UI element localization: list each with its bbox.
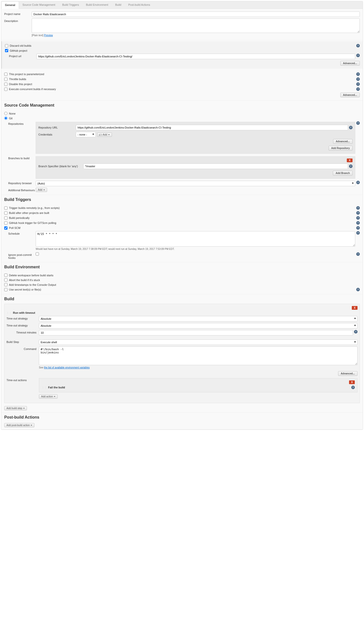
timestamps-label: Add timestamps to the Console Output xyxy=(9,283,360,286)
preview-link[interactable]: Preview xyxy=(44,34,53,37)
schedule-textarea[interactable]: H/15 * * * * xyxy=(36,231,355,247)
trigger-after-label: Build after other projects are built xyxy=(9,211,355,214)
help-icon[interactable]: ? xyxy=(356,221,360,225)
trigger-pollscm-label: Poll SCM xyxy=(9,226,355,229)
build-step-label: Build Step xyxy=(6,339,39,343)
help-icon[interactable]: ? xyxy=(356,44,360,47)
disable-project-checkbox[interactable] xyxy=(4,83,7,86)
help-icon[interactable]: ? xyxy=(356,121,360,125)
scm-none-label: None xyxy=(9,112,360,115)
post-build-heading: Post-build Actions xyxy=(1,413,363,421)
scm-none-radio[interactable] xyxy=(4,112,7,115)
env-vars-link[interactable]: the list of available environment variab… xyxy=(44,366,90,369)
add-credentials-button[interactable]: Add xyxy=(97,133,112,137)
throttle-checkbox[interactable] xyxy=(4,78,7,81)
help-icon[interactable]: ? xyxy=(356,54,360,57)
help-icon[interactable]: ? xyxy=(356,72,360,76)
concurrent-checkbox[interactable] xyxy=(4,88,7,91)
tab-triggers[interactable]: Build Triggers xyxy=(59,1,82,8)
add-branch-button[interactable]: Add Branch xyxy=(333,171,353,175)
trigger-periodic-label: Build periodically xyxy=(9,216,355,219)
github-project-checkbox[interactable] xyxy=(5,49,8,52)
add-post-build-button[interactable]: Add post-build action xyxy=(4,423,34,427)
project-url-input[interactable] xyxy=(36,54,355,59)
help-icon[interactable]: ? xyxy=(349,164,353,168)
drag-handle-icon[interactable]: ⋮⋮ xyxy=(6,312,11,314)
repo-url-input[interactable] xyxy=(76,125,348,130)
plaintext-label: [Plain text] xyxy=(32,34,43,37)
credentials-select[interactable]: - none - xyxy=(76,132,96,137)
help-icon[interactable]: ? xyxy=(356,252,360,256)
scm-git-radio[interactable] xyxy=(4,117,7,120)
tab-general[interactable]: General xyxy=(1,1,19,9)
description-label: Description xyxy=(4,18,32,22)
add-action-button[interactable]: Add action xyxy=(39,394,58,399)
ignore-hooks-label: Ignore post-commit hooks xyxy=(8,252,36,259)
secret-label: Use secret text(s) or file(s) xyxy=(9,288,355,291)
help-icon[interactable]: ? xyxy=(354,330,358,333)
help-icon[interactable]: ? xyxy=(356,288,360,291)
trigger-githubhook-checkbox[interactable] xyxy=(4,221,7,225)
build-step-select[interactable]: Execute shell xyxy=(39,339,358,345)
delete-branch-button[interactable]: X xyxy=(347,158,353,162)
help-icon[interactable]: ? xyxy=(356,211,360,215)
see-label: See xyxy=(39,366,44,369)
run-timeout-title: Run with timeout xyxy=(13,311,358,314)
trigger-pollscm-checkbox[interactable] xyxy=(4,226,7,230)
command-textarea[interactable]: #!/bin/bash -l bin/jenkins xyxy=(39,346,358,365)
timeout-strategy-select-2[interactable]: Absolute xyxy=(39,323,358,328)
secret-checkbox[interactable] xyxy=(4,288,7,291)
delete-action-button[interactable]: X xyxy=(349,380,355,384)
abort-stuck-label: Abort the build if it's stuck xyxy=(9,279,360,282)
add-repository-button[interactable]: Add Repository xyxy=(329,146,353,151)
add-build-step-button[interactable]: Add build step xyxy=(4,406,27,410)
disable-project-label: Disable this project xyxy=(9,83,355,86)
description-textarea[interactable] xyxy=(32,18,360,33)
parameterized-checkbox[interactable] xyxy=(4,73,7,76)
config-tabs: General Source Code Management Build Tri… xyxy=(1,1,363,9)
timeout-strategy-select[interactable]: Absolute xyxy=(39,316,358,321)
drag-handle-icon[interactable]: ⋮⋮ xyxy=(42,386,47,389)
advanced-button[interactable]: Advanced... xyxy=(338,371,358,376)
env-heading: Build Environment xyxy=(1,262,363,271)
delete-buildstep-button[interactable]: X xyxy=(352,306,358,310)
branches-label: Branches to build xyxy=(8,156,36,160)
abort-stuck-checkbox[interactable] xyxy=(4,278,7,282)
help-icon[interactable]: ? xyxy=(356,216,360,220)
help-icon[interactable]: ? xyxy=(356,226,360,230)
trigger-after-checkbox[interactable] xyxy=(4,211,7,215)
advanced-button[interactable]: Advanced... xyxy=(333,139,353,144)
discard-old-builds-label: Discard old builds xyxy=(10,44,355,47)
help-icon[interactable]: ? xyxy=(356,77,360,81)
tab-build[interactable]: Build xyxy=(112,1,125,8)
repo-browser-select[interactable]: (Auto) xyxy=(36,181,355,186)
help-icon[interactable]: ? xyxy=(349,126,353,129)
help-icon[interactable]: ? xyxy=(356,82,360,86)
discard-old-builds-checkbox[interactable] xyxy=(5,44,8,47)
help-icon[interactable]: ? xyxy=(356,87,360,91)
help-icon[interactable]: ? xyxy=(356,206,360,210)
delete-ws-checkbox[interactable] xyxy=(4,274,7,277)
timestamps-checkbox[interactable] xyxy=(4,283,7,286)
trigger-remote-checkbox[interactable] xyxy=(4,206,7,210)
build-heading: Build xyxy=(1,294,363,303)
add-behaviour-button[interactable]: Add xyxy=(36,188,47,192)
trigger-periodic-checkbox[interactable] xyxy=(4,216,7,220)
github-project-label: GitHub project xyxy=(10,49,360,52)
branch-spec-label: Branch Specifier (blank for 'any') xyxy=(38,165,83,168)
help-icon[interactable]: ? xyxy=(356,181,360,184)
advanced-button[interactable]: Advanced... xyxy=(340,61,360,66)
ignore-hooks-checkbox[interactable] xyxy=(36,252,39,256)
tab-scm[interactable]: Source Code Management xyxy=(19,1,59,8)
help-icon[interactable]: ? xyxy=(351,386,355,389)
project-name-input[interactable] xyxy=(32,11,360,17)
help-icon[interactable]: ? xyxy=(356,231,360,235)
tab-env[interactable]: Build Environment xyxy=(83,1,112,8)
timeout-minutes-input[interactable] xyxy=(39,330,353,335)
branch-spec-input[interactable] xyxy=(83,163,348,169)
repositories-label: Repositories xyxy=(8,121,36,125)
advanced-button[interactable]: Advanced... xyxy=(340,93,360,97)
tab-post[interactable]: Post-build Actions xyxy=(125,1,153,8)
triggers-heading: Build Triggers xyxy=(1,195,363,203)
timeout-minutes-label: Timeout minutes xyxy=(6,330,39,334)
